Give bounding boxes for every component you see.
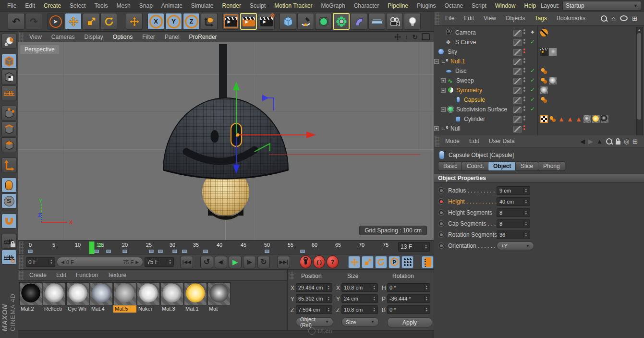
- keyframe-marker[interactable]: [301, 250, 305, 253]
- material-name[interactable]: Reflecti: [43, 305, 66, 313]
- target-icon[interactable]: ◎: [624, 138, 629, 145]
- home-icon[interactable]: ⌂: [611, 14, 616, 23]
- attr-menu-mode[interactable]: Mode: [440, 138, 464, 145]
- subdivision-surface-button[interactable]: [315, 13, 332, 30]
- panel-grip[interactable]: [434, 12, 440, 25]
- texture-mode-button[interactable]: [1, 70, 17, 84]
- size-z-field[interactable]: 10.8 cm▲▼: [341, 305, 378, 314]
- polygons-mode-button[interactable]: [1, 137, 17, 152]
- tweak-mode-button[interactable]: [1, 178, 17, 193]
- spinner-icon[interactable]: ▲▼: [424, 285, 428, 290]
- lamp-rod[interactable]: [219, 44, 227, 104]
- enabled-check-icon[interactable]: ✓: [529, 86, 536, 94]
- object-label[interactable]: Disc: [455, 68, 466, 74]
- collapse-toggle[interactable]: −: [441, 88, 446, 93]
- spinner-icon[interactable]: ▲▼: [48, 259, 53, 265]
- menu-create[interactable]: Create: [39, 2, 65, 9]
- keyframe-marker[interactable]: [123, 250, 127, 253]
- rot-b-field[interactable]: 0 °▲▼: [387, 305, 430, 314]
- menu-octane[interactable]: Octane: [440, 2, 467, 9]
- move-tool-button[interactable]: [65, 13, 82, 30]
- visibility-dots[interactable]: [523, 48, 525, 53]
- menu-file[interactable]: File: [3, 2, 21, 9]
- search-icon[interactable]: [606, 138, 612, 145]
- new-panel-icon[interactable]: ⊞: [632, 138, 638, 145]
- enabled-check-icon[interactable]: ✓: [529, 96, 536, 104]
- timeline-ruler[interactable]: 0 5 10 15 20 25 30 35 40 45 50 55 60 65 …: [18, 240, 434, 254]
- tree-row-null1[interactable]: − ∟0 Null.1: [434, 57, 638, 66]
- om-menu-file[interactable]: File: [440, 15, 459, 22]
- visibility-dots[interactable]: [523, 87, 525, 92]
- scrollbar-thumb[interactable]: [637, 33, 641, 120]
- eye-icon[interactable]: [620, 15, 628, 21]
- mat-menu-edit[interactable]: Edit: [51, 272, 71, 278]
- next-key-button[interactable]: ↻: [257, 256, 270, 268]
- timeline-window-button[interactable]: [422, 256, 434, 268]
- vp-menu-display[interactable]: Display: [79, 34, 108, 40]
- object-label[interactable]: Subdivision Surface: [456, 106, 507, 113]
- spinner-icon[interactable]: ▲▼: [523, 199, 527, 204]
- gizmo-origin[interactable]: [236, 133, 240, 137]
- z-axis-lock-button[interactable]: Z: [183, 13, 200, 30]
- material-name[interactable]: Mat.2: [19, 305, 42, 313]
- coord-mode-dropdown[interactable]: Object (Rel)▼: [296, 317, 333, 326]
- menu-render[interactable]: Render: [218, 2, 245, 9]
- visibility-dots[interactable]: [523, 58, 525, 63]
- floor-button[interactable]: [368, 13, 385, 30]
- x-axis-lock-button[interactable]: X: [147, 13, 164, 30]
- pos-z-field[interactable]: 7.594 cm▲▼: [296, 305, 332, 314]
- spinner-icon[interactable]: ▲▼: [372, 296, 376, 301]
- add-light-button[interactable]: [404, 13, 421, 30]
- sky-texture-tag-icon[interactable]: [549, 48, 557, 56]
- key-scale-button[interactable]: [362, 256, 374, 268]
- range-left-arrow-icon[interactable]: ◀: [61, 260, 64, 265]
- keyframe-radio-icon[interactable]: [438, 242, 444, 249]
- orientation-dropdown[interactable]: +Y▼: [497, 241, 534, 250]
- menu-snap[interactable]: Snap: [135, 2, 157, 9]
- spinner-icon[interactable]: ▲▼: [423, 244, 427, 250]
- playhead[interactable]: [89, 241, 95, 254]
- polygon-selection-tag-icon[interactable]: ▲: [558, 115, 565, 123]
- expand-toggle[interactable]: +: [434, 126, 439, 131]
- material-thumbnail[interactable]: [184, 282, 207, 305]
- keyframe-radio-icon[interactable]: [438, 220, 444, 227]
- render-picture-viewer-button[interactable]: [240, 13, 257, 30]
- material-name[interactable]: Mat.4: [90, 305, 113, 313]
- material-tag-icon[interactable]: [540, 86, 548, 94]
- tree-row-subdivision-surface[interactable]: − Subdivision Surface ✓: [434, 105, 638, 114]
- visibility-dots[interactable]: [523, 39, 525, 44]
- material-name[interactable]: Nukei: [137, 305, 160, 313]
- menu-mograph[interactable]: MoGraph: [317, 2, 350, 9]
- range-right-arrow-icon[interactable]: ▶: [135, 260, 139, 265]
- previous-key-button[interactable]: ↺: [200, 256, 213, 268]
- camera-target-icon[interactable]: ⌖: [529, 29, 536, 36]
- lamp-left-eye[interactable]: [211, 130, 219, 143]
- keyframe-marker[interactable]: [265, 250, 269, 253]
- scroll-up-icon[interactable]: ▲: [637, 28, 642, 32]
- previous-frame-button[interactable]: ◀(: [215, 256, 228, 268]
- om-menu-objects[interactable]: Objects: [501, 15, 530, 22]
- add-spline-pen-button[interactable]: [297, 13, 314, 30]
- edges-mode-button[interactable]: [1, 121, 17, 136]
- rotation-segments-field[interactable]: 36▲▼: [497, 230, 530, 239]
- timeline-track[interactable]: 0 5 10 15 20 25 30 35 40 45 50 55 60 65 …: [24, 241, 397, 254]
- spinner-icon[interactable]: ▲▼: [523, 221, 527, 226]
- menu-sculpt[interactable]: Sculpt: [245, 2, 270, 9]
- tree-row-s-curve[interactable]: ❖ S Curve ✓: [434, 37, 638, 47]
- visibility-toggle[interactable]: [513, 107, 522, 113]
- workplane-mode-button[interactable]: [1, 85, 17, 100]
- last-used-tool-button[interactable]: [126, 13, 143, 30]
- vp-menu-prorender[interactable]: ProRender: [184, 34, 222, 40]
- menu-simulate[interactable]: Simulate: [187, 2, 218, 9]
- collapse-toggle[interactable]: −: [441, 107, 446, 112]
- visibility-dots[interactable]: [523, 97, 525, 101]
- rot-h-field[interactable]: 0 °▲▼: [387, 283, 430, 292]
- material-thumbnail[interactable]: [43, 282, 66, 305]
- material-thumbnail[interactable]: [137, 282, 160, 305]
- y-axis-lock-button[interactable]: Y: [165, 13, 182, 30]
- cap-segments-field[interactable]: 8▲▼: [497, 219, 530, 228]
- polygon-selection-tag-icon[interactable]: ▲: [566, 115, 574, 123]
- vp-menu-view[interactable]: View: [24, 34, 47, 40]
- keyframe-marker[interactable]: [28, 250, 33, 253]
- spinner-icon[interactable]: ▲▼: [326, 285, 330, 290]
